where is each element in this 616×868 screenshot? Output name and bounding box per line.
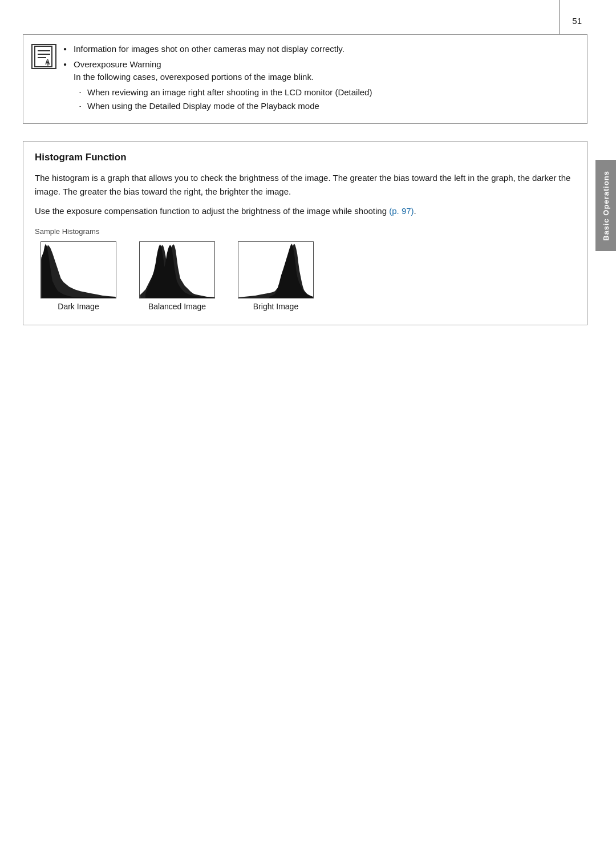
section-body-2: Use the exposure compensation function t… — [35, 204, 576, 218]
sub-bullet-1: When reviewing an image right after shoo… — [79, 86, 578, 99]
histograms-row: Dark Image Balanced Image — [40, 241, 576, 311]
main-content: A Information for images shot on other c… — [23, 34, 587, 325]
bright-histogram-image — [238, 241, 314, 298]
sample-histograms-label: Sample Histograms — [35, 227, 576, 236]
note-bullet-2: Overexposure Warning In the following ca… — [63, 58, 578, 113]
note-bullet-1: Information for images shot on other cam… — [63, 43, 578, 56]
histogram-section: Histogram Function The histogram is a gr… — [23, 141, 587, 325]
side-tab-label: Basic Operations — [602, 171, 610, 241]
side-tab: Basic Operations — [595, 160, 616, 251]
histogram-balanced: Balanced Image — [139, 241, 215, 311]
note-box: A Information for images shot on other c… — [23, 34, 587, 124]
histogram-dark: Dark Image — [40, 241, 116, 311]
sub-bullet-2: When using the Detailed Display mode of … — [79, 100, 578, 113]
page-divider-line — [560, 0, 560, 34]
overexposure-detail: In the following cases, overexposed port… — [74, 72, 314, 82]
section-title: Histogram Function — [35, 152, 576, 163]
dark-histogram-image — [40, 241, 116, 298]
sub-bullets: When reviewing an image right after shoo… — [74, 86, 578, 113]
page-number: 51 — [572, 16, 582, 26]
note-bullets: Information for images shot on other cam… — [63, 43, 578, 113]
note-icon: A — [31, 44, 56, 69]
dark-image-caption: Dark Image — [58, 302, 99, 311]
balanced-histogram-image — [139, 241, 215, 298]
page-link[interactable]: (p. 97) — [389, 206, 414, 216]
histogram-bright: Bright Image — [238, 241, 314, 311]
section-body-1: The histogram is a graph that allows you… — [35, 171, 576, 218]
note-content: Information for images shot on other cam… — [63, 43, 578, 115]
bright-image-caption: Bright Image — [253, 302, 298, 311]
balanced-image-caption: Balanced Image — [148, 302, 206, 311]
